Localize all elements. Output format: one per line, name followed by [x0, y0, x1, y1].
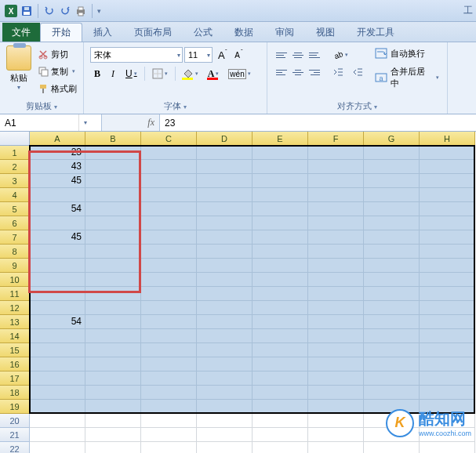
cell[interactable]: [364, 188, 420, 202]
tab-developer[interactable]: 开发工具: [346, 23, 405, 42]
cell[interactable]: [253, 146, 308, 160]
cell[interactable]: [30, 357, 85, 371]
cell[interactable]: [308, 400, 364, 414]
cell[interactable]: [141, 343, 197, 357]
cell[interactable]: [30, 371, 85, 386]
row-header[interactable]: 12: [0, 301, 30, 315]
cell[interactable]: [141, 202, 197, 216]
cell[interactable]: [30, 216, 85, 230]
font-color-button[interactable]: A▾: [204, 66, 223, 82]
cell[interactable]: [308, 216, 364, 230]
chevron-down-icon[interactable]: ▾: [17, 84, 20, 91]
cell[interactable]: [308, 371, 364, 386]
row-header[interactable]: 4: [0, 188, 30, 202]
cell[interactable]: [197, 160, 253, 174]
row-header[interactable]: 9: [0, 259, 30, 273]
cell[interactable]: [141, 259, 197, 273]
cell[interactable]: [85, 442, 141, 453]
cell[interactable]: [364, 146, 420, 160]
cell[interactable]: [85, 287, 141, 301]
tab-page-layout[interactable]: 页面布局: [123, 23, 183, 42]
column-header[interactable]: B: [85, 132, 141, 146]
file-tab[interactable]: 文件: [2, 23, 40, 42]
cell[interactable]: [197, 414, 253, 428]
cell[interactable]: [308, 301, 364, 315]
cell[interactable]: [197, 188, 253, 202]
font-size-combo[interactable]: 11▾: [184, 47, 213, 63]
cell[interactable]: [420, 315, 475, 329]
column-header[interactable]: E: [253, 132, 308, 146]
cell[interactable]: [364, 202, 420, 216]
cell[interactable]: [420, 245, 475, 259]
tab-data[interactable]: 数据: [223, 23, 264, 42]
row-header[interactable]: 10: [0, 273, 30, 287]
align-bottom-button[interactable]: [307, 47, 322, 63]
italic-button[interactable]: I: [106, 66, 120, 82]
formula-input[interactable]: 23: [160, 114, 476, 131]
decrease-font-button[interactable]: Aˇ: [231, 47, 245, 63]
row-header[interactable]: 18: [0, 386, 30, 400]
cell[interactable]: 54: [30, 315, 85, 329]
column-header[interactable]: A: [30, 132, 85, 146]
cell[interactable]: [308, 146, 364, 160]
cell[interactable]: [197, 202, 253, 216]
cell[interactable]: [364, 315, 420, 329]
cell[interactable]: [30, 343, 85, 357]
cell[interactable]: [364, 357, 420, 371]
cell[interactable]: [197, 146, 253, 160]
row-header[interactable]: 7: [0, 230, 30, 245]
cell[interactable]: [85, 259, 141, 273]
cell[interactable]: [253, 202, 308, 216]
copy-button[interactable]: 复制▾: [36, 65, 78, 78]
cell[interactable]: 45: [30, 230, 85, 245]
cell[interactable]: [253, 216, 308, 230]
tab-home[interactable]: 开始: [40, 23, 82, 42]
fx-button[interactable]: fx: [102, 114, 160, 131]
row-header[interactable]: 5: [0, 202, 30, 216]
cell[interactable]: 43: [30, 160, 85, 174]
row-header[interactable]: 19: [0, 400, 30, 414]
increase-font-button[interactable]: Aˆ: [214, 47, 229, 63]
row-header[interactable]: 1: [0, 146, 30, 160]
row-header[interactable]: 16: [0, 357, 30, 371]
cell[interactable]: [308, 202, 364, 216]
cell[interactable]: [420, 146, 475, 160]
tab-view[interactable]: 视图: [305, 23, 346, 42]
column-header[interactable]: C: [141, 132, 197, 146]
cell[interactable]: [420, 442, 475, 453]
cell[interactable]: [197, 230, 253, 245]
cell[interactable]: [30, 414, 85, 428]
cell[interactable]: [197, 287, 253, 301]
cell[interactable]: [85, 386, 141, 400]
cell[interactable]: [308, 329, 364, 343]
row-header[interactable]: 20: [0, 414, 30, 428]
chevron-down-icon[interactable]: ▾: [78, 114, 92, 131]
cell[interactable]: [420, 216, 475, 230]
name-box-input[interactable]: [0, 118, 78, 129]
format-painter-button[interactable]: 格式刷: [36, 82, 78, 96]
cell[interactable]: [420, 386, 475, 400]
cell[interactable]: [141, 245, 197, 259]
cell[interactable]: [420, 371, 475, 386]
cell[interactable]: [420, 174, 475, 188]
cell[interactable]: [308, 245, 364, 259]
cell[interactable]: [364, 371, 420, 386]
cell[interactable]: [253, 230, 308, 245]
align-left-button[interactable]: [274, 64, 289, 80]
cell[interactable]: [253, 428, 308, 442]
cell[interactable]: [197, 315, 253, 329]
font-name-combo[interactable]: 宋体▾: [90, 47, 183, 63]
cell[interactable]: [364, 174, 420, 188]
orientation-button[interactable]: ab▾: [329, 47, 352, 63]
cell[interactable]: [420, 343, 475, 357]
row-header[interactable]: 14: [0, 329, 30, 343]
cell[interactable]: [364, 442, 420, 453]
cell[interactable]: [85, 371, 141, 386]
row-header[interactable]: 3: [0, 174, 30, 188]
cell[interactable]: [197, 386, 253, 400]
cell[interactable]: [308, 174, 364, 188]
tab-formulas[interactable]: 公式: [183, 23, 223, 42]
cell[interactable]: [141, 273, 197, 287]
cell[interactable]: [253, 287, 308, 301]
cell[interactable]: [420, 202, 475, 216]
